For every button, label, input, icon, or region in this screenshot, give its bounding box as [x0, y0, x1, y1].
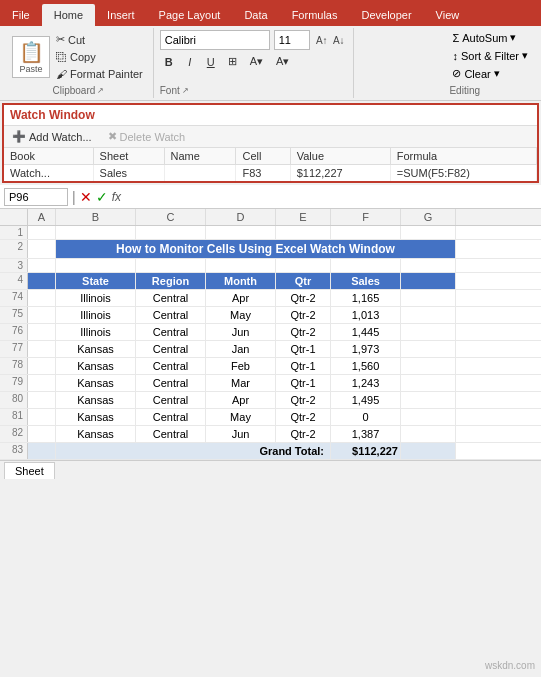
cell-78-4[interactable]: Qtr-1 — [276, 358, 331, 374]
cell-75-3[interactable]: May — [206, 307, 276, 323]
cell-3d[interactable] — [206, 259, 276, 272]
tab-file[interactable]: File — [0, 4, 42, 26]
copy-button[interactable]: ⿻ Copy — [54, 50, 145, 64]
formula-input[interactable] — [125, 188, 537, 206]
cell-1f[interactable] — [331, 226, 401, 239]
sheet-tab-sheet[interactable]: Sheet — [4, 462, 55, 479]
cell-79-0[interactable] — [28, 375, 56, 391]
name-box[interactable] — [4, 188, 68, 206]
cell-82-0[interactable] — [28, 426, 56, 442]
cell-74-2[interactable]: Central — [136, 290, 206, 306]
cell-3e[interactable] — [276, 259, 331, 272]
cell-3g[interactable] — [401, 259, 456, 272]
cell-77-3[interactable]: Jan — [206, 341, 276, 357]
tab-data[interactable]: Data — [232, 4, 279, 26]
cell-77-4[interactable]: Qtr-1 — [276, 341, 331, 357]
format-painter-button[interactable]: 🖌 Format Painter — [54, 67, 145, 81]
cell-4f[interactable]: Sales — [331, 273, 401, 289]
increase-font-icon[interactable]: A↑ — [314, 32, 330, 48]
cell-79-4[interactable]: Qtr-1 — [276, 375, 331, 391]
watch-cell-0-3[interactable]: F83 — [236, 165, 290, 182]
font-name-input[interactable] — [160, 30, 270, 50]
cell-76-4[interactable]: Qtr-2 — [276, 324, 331, 340]
underline-button[interactable]: U — [202, 54, 220, 70]
cell-4b[interactable]: State — [56, 273, 136, 289]
cell-78-6[interactable] — [401, 358, 456, 374]
cell-4a[interactable] — [28, 273, 56, 289]
cell-76-6[interactable] — [401, 324, 456, 340]
cell-80-6[interactable] — [401, 392, 456, 408]
cell-83g[interactable] — [401, 443, 456, 459]
cell-82-3[interactable]: Jun — [206, 426, 276, 442]
cell-82-1[interactable]: Kansas — [56, 426, 136, 442]
cell-74-0[interactable] — [28, 290, 56, 306]
cell-82-4[interactable]: Qtr-2 — [276, 426, 331, 442]
cell-80-4[interactable]: Qtr-2 — [276, 392, 331, 408]
cell-79-2[interactable]: Central — [136, 375, 206, 391]
cell-1b[interactable] — [56, 226, 136, 239]
cell-1d[interactable] — [206, 226, 276, 239]
watch-cell-0-1[interactable]: Sales — [93, 165, 164, 182]
cell-3b[interactable] — [56, 259, 136, 272]
cell-74-6[interactable] — [401, 290, 456, 306]
font-size-input[interactable] — [274, 30, 310, 50]
cell-1c[interactable] — [136, 226, 206, 239]
cell-82-5[interactable]: 1,387 — [331, 426, 401, 442]
cell-77-6[interactable] — [401, 341, 456, 357]
cell-76-2[interactable]: Central — [136, 324, 206, 340]
cell-81-3[interactable]: May — [206, 409, 276, 425]
cell-75-2[interactable]: Central — [136, 307, 206, 323]
autosum-button[interactable]: Σ AutoSum ▾ — [449, 30, 531, 45]
bold-button[interactable]: B — [160, 54, 178, 70]
cell-79-1[interactable]: Kansas — [56, 375, 136, 391]
cell-74-3[interactable]: Apr — [206, 290, 276, 306]
cell-75-5[interactable]: 1,013 — [331, 307, 401, 323]
cell-3a[interactable] — [28, 259, 56, 272]
cell-81-6[interactable] — [401, 409, 456, 425]
tab-page-layout[interactable]: Page Layout — [147, 4, 233, 26]
cell-2a[interactable] — [28, 240, 56, 258]
cell-80-2[interactable]: Central — [136, 392, 206, 408]
borders-button[interactable]: ⊞ — [223, 53, 242, 70]
cell-title[interactable]: How to Monitor Cells Using Excel Watch W… — [56, 240, 456, 258]
cell-81-4[interactable]: Qtr-2 — [276, 409, 331, 425]
cell-4d[interactable]: Month — [206, 273, 276, 289]
cell-76-3[interactable]: Jun — [206, 324, 276, 340]
tab-home[interactable]: Home — [42, 4, 95, 26]
cell-74-4[interactable]: Qtr-2 — [276, 290, 331, 306]
cell-74-1[interactable]: Illinois — [56, 290, 136, 306]
cell-81-0[interactable] — [28, 409, 56, 425]
clear-button[interactable]: ⊘ Clear ▾ — [449, 66, 531, 81]
cell-75-4[interactable]: Qtr-2 — [276, 307, 331, 323]
cell-75-6[interactable] — [401, 307, 456, 323]
tab-developer[interactable]: Developer — [349, 4, 423, 26]
cell-75-0[interactable] — [28, 307, 56, 323]
confirm-icon[interactable]: ✓ — [96, 189, 108, 205]
cell-78-0[interactable] — [28, 358, 56, 374]
cell-80-1[interactable]: Kansas — [56, 392, 136, 408]
cell-80-3[interactable]: Apr — [206, 392, 276, 408]
cell-75-1[interactable]: Illinois — [56, 307, 136, 323]
cell-78-1[interactable]: Kansas — [56, 358, 136, 374]
cell-4c[interactable]: Region — [136, 273, 206, 289]
paste-button[interactable]: 📋 Paste — [12, 36, 50, 78]
clipboard-expand-icon[interactable]: ↗ — [97, 86, 104, 95]
cell-81-5[interactable]: 0 — [331, 409, 401, 425]
cell-82-6[interactable] — [401, 426, 456, 442]
cell-77-2[interactable]: Central — [136, 341, 206, 357]
cell-4g[interactable] — [401, 273, 456, 289]
cell-82-2[interactable]: Central — [136, 426, 206, 442]
watch-cell-0-5[interactable]: =SUM(F5:F82) — [390, 165, 536, 182]
sort-filter-button[interactable]: ↕ Sort & Filter ▾ — [449, 48, 531, 63]
cell-1a[interactable] — [28, 226, 56, 239]
cell-74-5[interactable]: 1,165 — [331, 290, 401, 306]
cell-76-0[interactable] — [28, 324, 56, 340]
cell-4e[interactable]: Qtr — [276, 273, 331, 289]
cell-79-3[interactable]: Mar — [206, 375, 276, 391]
cell-77-0[interactable] — [28, 341, 56, 357]
cell-77-1[interactable]: Kansas — [56, 341, 136, 357]
cell-81-2[interactable]: Central — [136, 409, 206, 425]
cell-1g[interactable] — [401, 226, 456, 239]
cell-grand-label[interactable]: Grand Total: — [56, 443, 331, 459]
cell-78-2[interactable]: Central — [136, 358, 206, 374]
